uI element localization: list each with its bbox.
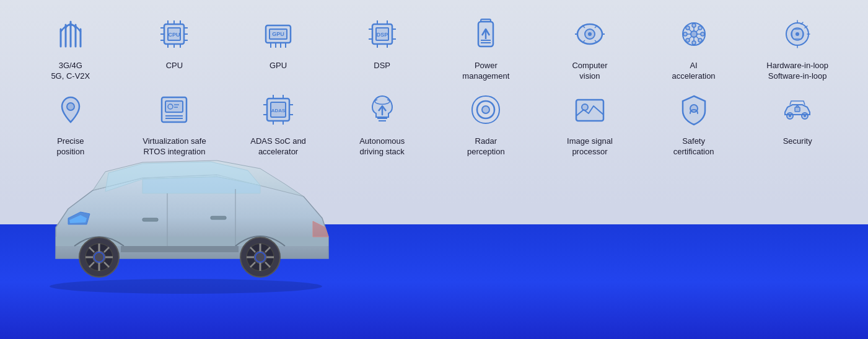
svg-text:DSP: DSP [376, 32, 388, 38]
icon-ai [672, 12, 716, 56]
svg-point-91 [482, 106, 489, 113]
svg-point-52 [701, 32, 704, 36]
svg-rect-103 [142, 218, 158, 221]
svg-text:CPU: CPU [169, 32, 180, 38]
icon-computer-vision [568, 12, 612, 56]
svg-point-45 [588, 32, 592, 36]
svg-rect-99 [795, 107, 800, 112]
label-hil: Hardware-in-loopSoftware-in-loop [766, 61, 828, 82]
icon-item-image-signal: Image signalprocessor [540, 88, 639, 157]
icon-image-signal [568, 88, 612, 131]
icon-gpu: GPU [256, 12, 300, 56]
label-image-signal: Image signalprocessor [567, 136, 613, 157]
icons-row-1: 3G/4G5G, C-V2X CPU [12, 12, 856, 82]
svg-text:ADAS: ADAS [271, 108, 286, 113]
icon-cpu: CPU [152, 12, 196, 56]
label-3g4g: 3G/4G5G, C-V2X [51, 61, 90, 82]
label-computer-vision: Computervision [572, 61, 607, 82]
svg-point-93 [582, 104, 588, 110]
svg-point-68 [796, 32, 799, 36]
icon-item-ai: AIacceleration [644, 12, 743, 82]
icon-safety [672, 88, 716, 131]
label-cpu: CPU [166, 61, 183, 71]
label-gpu: GPU [270, 61, 287, 71]
label-dsp: DSP [374, 61, 390, 71]
label-autonomous: Autonomousdriving stack [359, 136, 405, 157]
label-power: Powermanagement [462, 61, 509, 82]
icon-item-dsp: DSP DSP [333, 12, 432, 71]
icon-item-3g4g: 3G/4G5G, C-V2X [21, 12, 120, 82]
icon-item-radar: Radarperception [436, 88, 535, 157]
main-container: 3G/4G5G, C-V2X CPU [0, 0, 868, 339]
label-ai: AIacceleration [672, 61, 716, 82]
icon-security [776, 88, 819, 131]
icon-power [464, 12, 507, 56]
icon-item-gpu: GPU GPU [229, 12, 328, 71]
icon-dsp: DSP [361, 12, 404, 56]
icon-item-power: Powermanagement [436, 12, 535, 82]
icon-radar [464, 88, 507, 131]
svg-point-57 [691, 31, 697, 37]
icon-item-computer-vision: Computervision [540, 12, 639, 82]
svg-point-49 [692, 24, 696, 27]
svg-point-100 [50, 279, 322, 294]
icon-hil [776, 12, 819, 56]
label-safety: Safetycertification [673, 136, 714, 157]
svg-point-98 [804, 115, 806, 117]
svg-rect-104 [211, 216, 226, 219]
car-illustration [19, 122, 353, 296]
svg-text:GPU: GPU [272, 31, 284, 37]
icon-item-hil: Hardware-in-loopSoftware-in-loop [748, 12, 847, 82]
label-security: Security [783, 136, 812, 147]
icon-3g4g [49, 12, 92, 56]
icon-autonomous [361, 88, 404, 131]
svg-point-51 [683, 32, 687, 36]
svg-point-50 [692, 41, 696, 45]
icon-item-safety: Safetycertification [644, 88, 743, 157]
icon-item-cpu: CPU CPU [125, 12, 224, 71]
svg-point-97 [789, 115, 791, 117]
icon-item-security: Security [748, 88, 847, 147]
svg-point-69 [67, 103, 74, 110]
label-radar: Radarperception [467, 136, 505, 157]
